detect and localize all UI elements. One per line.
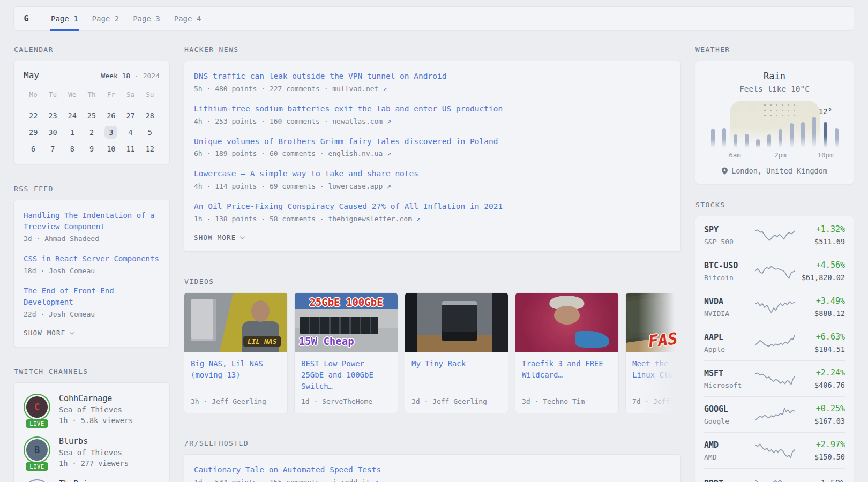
hn-item-domain-link[interactable]: newatlas.com	[332, 117, 383, 125]
stock-price: $184.51	[795, 345, 845, 353]
calendar-weekday-row: Mo Tu We Th Fr Sa Su	[24, 90, 160, 99]
page-tab[interactable]: Page 2	[92, 14, 119, 23]
video-card[interactable]: Traefik 3 and FREE Wildcard… 3d · Techno…	[515, 292, 619, 413]
stock-row[interactable]: BTC-USD Bitcoin +4.56% $61,820.02	[704, 253, 845, 289]
twitch-channel-row[interactable]: LIVE ThePrimeagen	[24, 479, 160, 482]
calendar-day: 5	[144, 126, 156, 139]
video-title-link[interactable]: My Tiny Rack	[411, 358, 502, 370]
calendar-day: 22	[25, 109, 42, 122]
calendar-day: 10	[102, 142, 119, 155]
twitch-channel-row[interactable]: C LIVE CohhCarnage Sea of Thieves 1h · 5…	[24, 394, 160, 425]
video-title-link[interactable]: Traefik 3 and FREE Wildcard…	[522, 358, 612, 381]
stock-row[interactable]: SPY S&P 500 +1.32% $511.69	[704, 217, 845, 253]
thumbnail-art	[300, 317, 378, 334]
page-tab[interactable]: Page 3	[133, 14, 160, 23]
app-logo[interactable]: G	[14, 7, 39, 30]
stock-values: +2.97% $150.50	[795, 440, 845, 461]
stock-change-percent: +2.97%	[795, 440, 845, 449]
avatar: C	[24, 394, 50, 420]
hn-show-more-label: SHOW MORE	[194, 234, 236, 242]
stock-ticker: MSFT	[704, 368, 755, 378]
video-card[interactable]: 25GbE 100GbE 15W Cheap BEST Low Power 25…	[294, 292, 398, 413]
video-card[interactable]: LIL NAS Big NAS, Lil NAS (moving 13) 3h …	[184, 292, 288, 413]
stock-change-percent: +6.63%	[795, 332, 845, 342]
hn-item-link[interactable]: Lithium-free sodium batteries exit the l…	[194, 103, 671, 115]
stock-company-name: Apple	[704, 345, 755, 353]
video-card-body: Traefik 3 and FREE Wildcard… 3d · Techno…	[515, 352, 618, 413]
calendar-day-cell: 2	[82, 124, 101, 140]
thumbnail-text: FAS	[648, 329, 679, 351]
video-title-link[interactable]: Big NAS, Lil NAS (moving 13)	[191, 358, 281, 381]
hn-item-link[interactable]: An Oil Price-Fixing Conspiracy Caused 27…	[194, 201, 671, 213]
hn-item: Lowercase – A simple way to take and sha…	[194, 168, 671, 190]
stock-identity: AMD AMD	[704, 440, 755, 461]
calendar-weekday: Fr	[101, 90, 121, 99]
reddit-item-link[interactable]: Cautionary Tale on Automated Speed Tests	[194, 464, 671, 476]
calendar-day: 9	[85, 142, 98, 155]
stock-row[interactable]: MSFT Microsoft +2.24% $406.76	[704, 360, 845, 396]
hn-item-domain-link[interactable]: lowercase.app	[328, 182, 383, 190]
hn-item-link[interactable]: DNS traffic can leak outside the VPN tun…	[194, 71, 671, 82]
rss-item: The End of Front-End Development 22d · J…	[24, 285, 160, 318]
page-tab[interactable]: Page 1	[51, 14, 78, 23]
hn-item-domain-link[interactable]: thebignewsletter.com	[328, 215, 412, 223]
video-card[interactable]: My Tiny Rack 3d · Jeff Geerling	[405, 292, 508, 413]
stock-ticker: AMD	[704, 440, 755, 450]
calendar-day: 1	[66, 126, 79, 139]
stock-price: $150.50	[795, 453, 845, 461]
calendar-day-cell: 6	[24, 140, 43, 157]
rss-item-link[interactable]: Handling The Indentation of a Treeview C…	[24, 210, 160, 232]
calendar-day: 3	[104, 126, 117, 139]
twitch-widget: C LIVE CohhCarnage Sea of Thieves 1h · 5…	[13, 382, 170, 482]
weather-bar-slot	[786, 101, 797, 148]
avatar: B	[24, 436, 50, 463]
stock-row[interactable]: AAPL Apple +6.63% $184.51	[704, 325, 845, 360]
reddit-item-domain-link[interactable]: i.redd.it	[332, 478, 370, 482]
calendar-day: 29	[25, 126, 42, 139]
twitch-channel-row[interactable]: B LIVE Blurbs Sea of Thieves 1h · 277 vi…	[24, 436, 160, 468]
stock-row[interactable]: GOOGL Google +0.25% $167.03	[704, 396, 845, 432]
twitch-channel-viewers: 1h · 5.8k viewers	[59, 416, 133, 425]
hn-item-domain-link[interactable]: mullvad.net	[332, 85, 378, 93]
video-title-link[interactable]: BEST Low Power 25GbE and 100GbE Switch…	[301, 358, 391, 392]
rss-item-link[interactable]: CSS in React Server Components	[24, 253, 160, 265]
calendar-day-cell: 23	[43, 107, 62, 124]
calendar-day: 27	[122, 109, 139, 122]
stock-row[interactable]: RDDT -1.59%	[704, 468, 845, 482]
calendar-weekday: Sa	[121, 90, 140, 99]
weather-bar-slot	[707, 101, 719, 148]
page-tab[interactable]: Page 4	[174, 14, 201, 23]
stock-sparkline	[755, 476, 795, 482]
time-label: 2pm	[774, 151, 787, 159]
thumbnail-art	[549, 296, 584, 310]
video-card[interactable]: FAS Meet the ne Linux Clust 7d · Jeff G	[625, 292, 681, 413]
rss-item: CSS in React Server Components 18d · Jos…	[24, 253, 160, 275]
hn-item-domain-link[interactable]: english.nv.ua	[328, 149, 383, 157]
stock-values: +4.56% $61,820.02	[795, 260, 845, 282]
stock-row[interactable]: AMD AMD +2.97% $150.50	[704, 432, 845, 468]
twitch-avatar-wrap: B LIVE	[24, 436, 50, 468]
hn-item-link[interactable]: Lowercase – A simple way to take and sha…	[194, 168, 671, 180]
twitch-channel-info: CohhCarnage Sea of Thieves 1h · 5.8k vie…	[59, 394, 133, 425]
weather-bar-slot	[730, 101, 741, 148]
calendar-week-number: Week 18	[101, 72, 130, 80]
stock-values: -1.59%	[795, 479, 845, 482]
stock-row[interactable]: NVDA NVIDIA +3.49% $888.12	[704, 289, 845, 325]
video-title-link[interactable]: Meet the ne Linux Clust	[632, 358, 681, 381]
weather-bar	[779, 129, 782, 148]
rss-item-link[interactable]: The End of Front-End Development	[24, 285, 160, 308]
hn-item-link[interactable]: Unique volumes of Brothers Grimm fairy t…	[194, 136, 671, 148]
thumbnail-text: LIL NAS	[243, 336, 281, 347]
stock-identity: BTC-USD Bitcoin	[704, 261, 755, 282]
middle-column: HACKER NEWS DNS traffic can leak outside…	[184, 42, 681, 482]
rss-show-more-button[interactable]: SHOW MORE	[24, 329, 160, 339]
external-link-icon: ↗	[387, 182, 391, 190]
page-tabs: Page 1 Page 2 Page 3 Page 4	[39, 7, 201, 30]
hn-item-meta-text: 4h · 114 points · 69 comments ·	[194, 182, 324, 190]
weather-widget: Rain Feels like 10°C 12°	[695, 61, 854, 184]
stock-ticker: BTC-USD	[704, 261, 755, 270]
hn-show-more-button[interactable]: SHOW MORE	[194, 234, 671, 244]
thumbnail-art	[575, 331, 609, 348]
weather-location: London, United Kingdom	[706, 167, 843, 175]
calendar-day: 24	[64, 109, 81, 122]
